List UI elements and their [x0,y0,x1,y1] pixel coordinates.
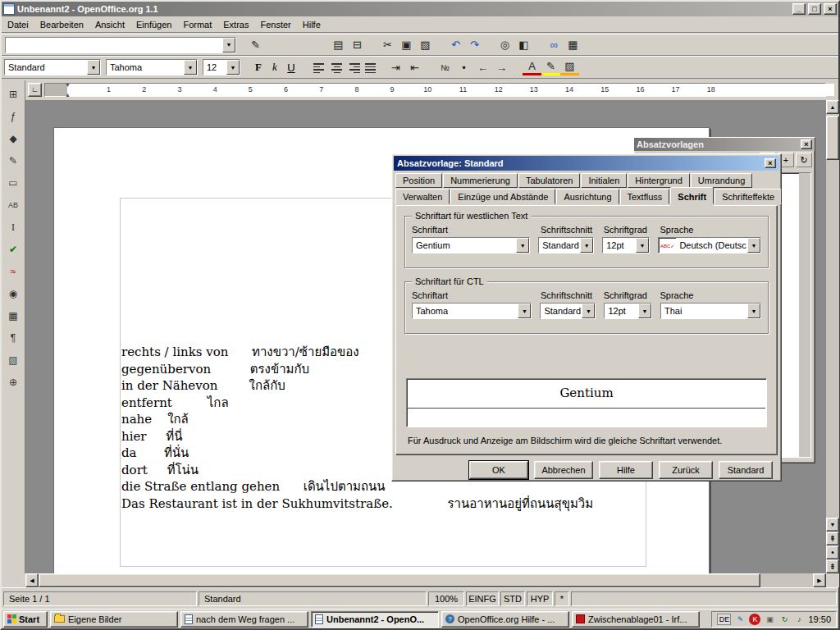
taskbar-item-unbenannt2[interactable]: Unbenannt2 - OpenO... [311,611,439,628]
western-style-dropdown[interactable]: ▼ [580,238,593,253]
cut-icon[interactable]: ✂ [378,36,397,54]
highlighting-icon[interactable]: ✎ [541,60,560,75]
scroll-down-icon[interactable]: ▼ [826,518,839,532]
url-dropdown[interactable]: ▼ [222,38,235,52]
align-left-button[interactable] [311,59,328,75]
menu-bearbeiten[interactable]: Bearbeiten [34,17,89,32]
scroll-left-icon[interactable]: ◀ [25,573,39,587]
clock[interactable]: 19:50 [808,614,831,624]
tab-umrandung[interactable]: Umrandung [691,173,752,188]
font-name-dropdown[interactable]: ▼ [184,60,197,75]
taskbar-item-eigene-bilder[interactable]: Eigene Bilder [50,611,178,628]
western-language-combobox[interactable]: ABC✓ Deutsch (Deutsc ▼ [658,237,761,253]
western-font-combobox[interactable]: Gentium ▼ [412,237,530,253]
status-insert-mode[interactable]: EINFG [466,591,499,606]
stylist-close-button[interactable]: × [801,139,812,149]
menu-extras[interactable]: Extras [217,17,254,32]
stylist-icon[interactable]: ◧ [514,36,533,54]
western-font-dropdown[interactable]: ▼ [516,238,529,253]
scheduler-icon[interactable]: ↻ [778,614,790,625]
menu-fenster[interactable]: Fenster [254,17,296,32]
ctl-size-combobox[interactable]: 12pt ▼ [604,303,652,319]
ctl-font-combobox[interactable]: Tahoma ▼ [412,303,532,319]
align-center-button[interactable] [328,59,345,75]
url-input[interactable] [6,38,222,52]
quickstarter-icon[interactable]: ✎ [734,614,746,625]
tab-initialen[interactable]: Initialen [581,173,627,188]
minimize-button[interactable]: _ [792,3,806,15]
nonprinting-characters-icon[interactable]: ¶ [3,329,23,347]
url-combobox[interactable]: ▼ [5,37,236,53]
menu-ansicht[interactable]: Ansicht [89,17,130,32]
tab-verwalten[interactable]: Verwalten [395,189,450,204]
underline-button[interactable]: U [283,59,299,75]
clipboard-tray-icon[interactable]: ▣ [764,614,775,625]
horizontal-scroll-thumb[interactable] [39,573,760,587]
standard-button[interactable]: Standard [719,461,773,479]
help-button[interactable]: Hilfe [599,461,653,479]
tab-nummerierung[interactable]: Nummerierung [443,173,518,188]
start-button[interactable]: Start [3,611,48,628]
tab-position[interactable]: Position [395,173,442,188]
ctl-style-dropdown[interactable]: ▼ [582,304,595,318]
scroll-up-icon[interactable]: ▲ [826,100,839,114]
justify-button[interactable] [363,59,380,75]
scroll-right-icon[interactable]: ▶ [813,573,826,587]
data-sources-icon[interactable]: ▦ [3,307,23,325]
ok-button[interactable]: OK [469,461,528,479]
undo-icon[interactable]: ↶ [446,36,465,54]
graphics-icon[interactable]: ▧ [3,351,23,369]
find-icon[interactable]: ◉ [3,285,23,303]
tab-hintergrund[interactable]: Hintergrund [628,173,689,188]
insert-icon[interactable]: ⊞ [3,85,23,103]
ctl-language-dropdown[interactable]: ▼ [747,304,760,318]
font-color-icon[interactable]: A [523,60,541,75]
hyperlink-icon[interactable]: ∞ [545,36,564,54]
keyboard-layout-indicator[interactable]: DE [717,614,731,625]
copy-icon[interactable]: ▣ [397,36,416,54]
menu-datei[interactable]: Datei [2,17,34,32]
bold-button[interactable]: F [250,59,267,75]
insert-fields-icon[interactable]: ƒ [3,107,23,126]
status-selection-mode[interactable]: STD [500,591,525,606]
western-size-dropdown[interactable]: ▼ [636,238,649,253]
tab-schrift[interactable]: Schrift [670,187,714,204]
text-line[interactable]: Das Restaurant ist in der Sukhumvitstraß… [121,495,593,513]
tab-einzuege[interactable]: Einzüge und Abstände [450,189,555,204]
right-to-left-icon[interactable]: ⇤ [405,58,424,76]
ruler[interactable]: 1 2 3 4 5 6 7 8 9 10 11 12 13 14 15 16 1… [44,83,826,97]
tab-tabulatoren[interactable]: Tabulatoren [518,173,581,188]
draw-functions-icon[interactable]: ✎ [3,152,23,170]
gallery-icon[interactable]: ▦ [564,36,582,54]
antivirus-icon[interactable]: K [749,614,760,625]
first-line-indent-marker[interactable]: ▼ [65,82,71,88]
update-style-icon[interactable]: ↻ [796,153,812,167]
font-name-combobox[interactable]: Tahoma ▼ [106,59,198,75]
insert-object-icon[interactable]: ◆ [3,130,23,148]
italic-button[interactable]: k [267,59,283,75]
taskbar-item-hilfe[interactable]: ? OpenOffice.org Hilfe - ... [441,611,569,628]
tab-schrifteffekte[interactable]: Schrifteffekte [714,189,782,204]
menu-einfuegen[interactable]: Einfügen [130,17,177,32]
font-size-combobox[interactable]: 12 ▼ [203,59,240,75]
tab-textfluss[interactable]: Textfluss [620,189,670,204]
vertical-scrollbar[interactable]: ▲ ▼ ⇞ • ⇟ [826,100,839,573]
bullets-icon[interactable]: • [454,58,473,76]
ctl-font-dropdown[interactable]: ▼ [518,304,531,318]
auto-spellcheck-icon[interactable]: ≈ [3,262,23,281]
save-icon[interactable]: ▤ [329,36,348,54]
maximize-button[interactable]: □ [808,3,821,15]
tab-ausrichtung[interactable]: Ausrichtung [556,189,619,204]
ctl-style-combobox[interactable]: Standard ▼ [540,303,596,319]
increase-indent-icon[interactable]: → [492,58,511,76]
status-style[interactable]: Standard [199,591,427,606]
ctl-language-combobox[interactable]: Thai ▼ [660,303,761,319]
print-icon[interactable]: ⊟ [348,36,367,54]
status-zoom[interactable]: 100% [428,591,464,606]
menu-format[interactable]: Format [177,17,217,32]
stylist-scrollbar[interactable] [799,173,810,457]
decrease-indent-icon[interactable]: ← [473,58,492,76]
spellcheck-icon[interactable]: ✔ [3,240,23,258]
navigator-icon[interactable]: ◎ [495,36,514,54]
taskbar-item-zwischenablage[interactable]: Zwischenablage01 - Irf... [572,611,700,628]
